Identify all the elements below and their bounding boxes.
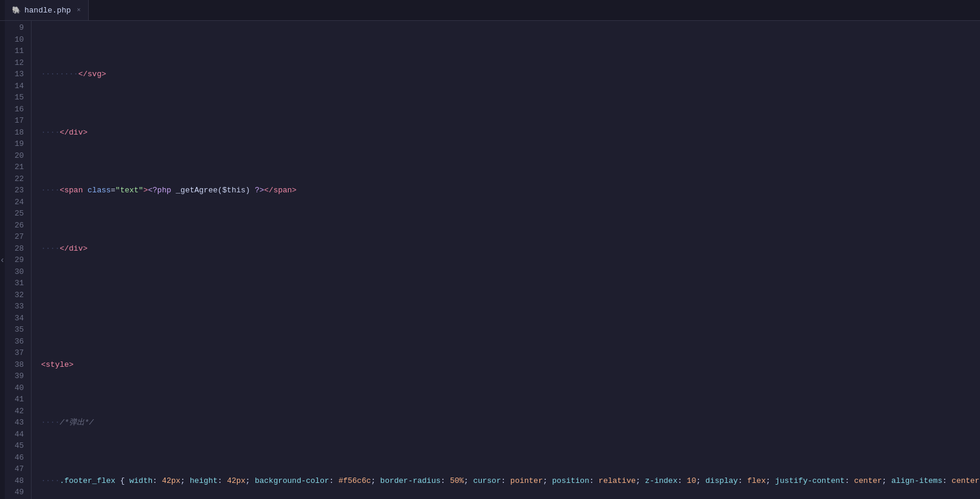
line-num-44: 44: [10, 429, 24, 441]
code-area: ‹ 9 10 11 12 13 14 15 16 17 18 19 20 21 …: [0, 21, 980, 499]
code-line-12: ····</div>: [41, 243, 980, 255]
line-num-33: 33: [10, 301, 24, 313]
line-num-35: 35: [10, 324, 24, 336]
line-num-25: 25: [10, 208, 24, 220]
line-num-39: 39: [10, 370, 24, 382]
line-num-31: 31: [10, 277, 24, 289]
line-num-16: 16: [10, 104, 24, 116]
line-num-24: 24: [10, 197, 24, 208]
line-num-43: 43: [10, 417, 24, 429]
line-num-12: 12: [10, 57, 24, 69]
line-num-49: 49: [10, 486, 24, 498]
left-resize-handle[interactable]: ‹: [0, 21, 5, 499]
line-num-30: 30: [10, 266, 24, 278]
tab-close-button[interactable]: ×: [77, 7, 81, 14]
line-num-10: 10: [10, 34, 24, 46]
editor-container: 🐘 handle.php × ‹ 9 10 11 12 13 14 15 16 …: [0, 0, 980, 499]
line-numbers: 9 10 11 12 13 14 15 16 17 18 19 20 21 22…: [5, 21, 32, 499]
code-content[interactable]: ········</svg> ····</div> ····<span clas…: [32, 21, 980, 499]
file-tab[interactable]: 🐘 handle.php ×: [5, 0, 89, 20]
line-num-34: 34: [10, 313, 24, 325]
php-icon: 🐘: [12, 6, 21, 15]
line-num-15: 15: [10, 92, 24, 104]
code-line-13: [41, 301, 980, 313]
resize-arrow-icon: ‹: [0, 255, 5, 265]
line-num-18: 18: [10, 127, 24, 139]
line-num-23: 23: [10, 185, 24, 197]
line-num-41: 41: [10, 394, 24, 406]
code-line-16: ····.footer_flex { width: 42px; height: …: [41, 475, 980, 487]
line-num-28: 28: [10, 243, 24, 255]
line-num-11: 11: [10, 45, 24, 57]
line-num-21: 21: [10, 161, 24, 173]
line-num-9: 9: [10, 22, 24, 34]
line-num-13: 13: [10, 68, 24, 80]
line-num-17: 17: [10, 115, 24, 127]
line-num-14: 14: [10, 80, 24, 92]
line-num-29: 29: [10, 254, 24, 266]
code-line-15: ····/*弹出*/: [41, 417, 980, 429]
code-line-9: ········</svg>: [41, 68, 980, 80]
code-line-14: <style>: [41, 359, 980, 371]
line-num-46: 46: [10, 452, 24, 464]
line-num-36: 36: [10, 336, 24, 348]
line-num-37: 37: [10, 347, 24, 359]
line-num-26: 26: [10, 220, 24, 232]
line-num-32: 32: [10, 289, 24, 301]
line-num-38: 38: [10, 359, 24, 371]
tab-bar: 🐘 handle.php ×: [0, 0, 980, 21]
line-num-20: 20: [10, 150, 24, 162]
line-num-27: 27: [10, 231, 24, 243]
line-num-48: 48: [10, 475, 24, 487]
tab-filename: handle.php: [24, 6, 71, 15]
code-line-11: ····<span class="text"><?php _getAgree($…: [41, 185, 980, 197]
line-num-42: 42: [10, 406, 24, 417]
line-num-22: 22: [10, 173, 24, 185]
line-num-40: 40: [10, 382, 24, 394]
line-num-19: 19: [10, 138, 24, 150]
line-num-45: 45: [10, 440, 24, 452]
code-line-10: ····</div>: [41, 127, 980, 139]
line-num-47: 47: [10, 463, 24, 475]
